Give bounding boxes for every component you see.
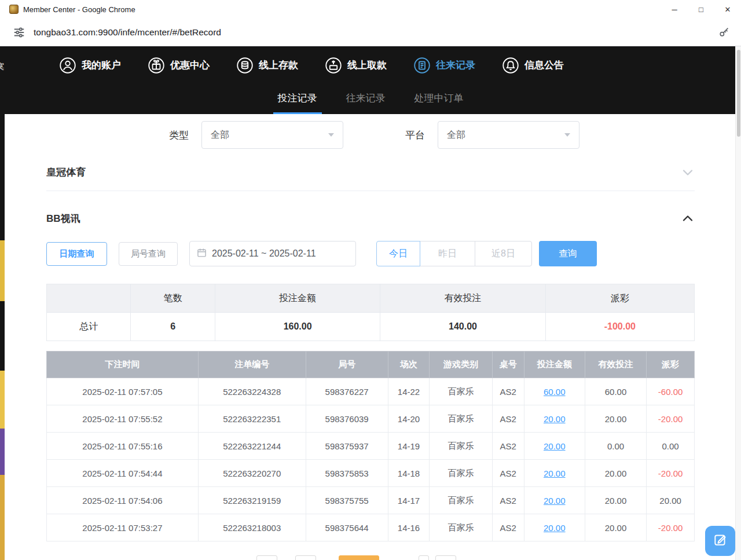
date-query-button[interactable]: 日期查询 (46, 242, 107, 266)
bet-amount-link[interactable]: 20.00 (524, 514, 585, 541)
url-text[interactable]: tongbao31.com:9900/infe/mcenter/#/betRec… (34, 27, 718, 38)
tab-bet-records[interactable]: 投注记录 (273, 84, 322, 114)
window-controls: ─ □ ✕ (661, 0, 741, 19)
strip-block (0, 371, 5, 429)
section-bb-video[interactable]: BB视讯 (46, 200, 695, 237)
nav-label: 线上存款 (259, 58, 298, 72)
table-row: 2025-02-11 07:55:52 522263222351 5983760… (47, 405, 695, 433)
nav-item-online-withdraw[interactable]: 线上取款 (325, 57, 387, 74)
payout-value: 0.00 (647, 433, 695, 460)
yesterday-button[interactable]: 昨日 (420, 241, 475, 266)
pagination-item-current[interactable] (339, 555, 379, 560)
nav-item-transaction-records[interactable]: 往来记录 (413, 57, 475, 74)
bet-amount-link[interactable]: 20.00 (524, 460, 585, 487)
round-number: 598375937 (306, 433, 388, 460)
gift-icon (148, 57, 165, 74)
summary-corner (47, 284, 131, 313)
header-bet-number: 注单编号 (198, 352, 306, 378)
address-bar[interactable]: tongbao31.com:9900/infe/mcenter/#/betRec… (0, 19, 741, 46)
summary-table: 笔数 投注金额 有效投注 派彩 总计 6 160.00 140.00 -100.… (46, 284, 695, 341)
deposit-coins-icon (236, 57, 254, 74)
pagination-item[interactable] (419, 555, 429, 560)
bet-amount-link[interactable]: 60.00 (524, 378, 585, 405)
scrollbar-thumb[interactable] (737, 50, 740, 137)
today-button[interactable]: 今日 (376, 241, 420, 266)
round-number: 598375755 (306, 487, 388, 514)
feedback-fab-button[interactable] (705, 526, 735, 556)
pagination-item[interactable] (256, 555, 277, 560)
table-number: AS2 (492, 378, 524, 405)
summary-count: 6 (131, 313, 215, 341)
minimize-icon: ─ (672, 5, 677, 14)
pagination-item[interactable] (435, 555, 456, 560)
bet-amount-link[interactable]: 20.00 (524, 487, 585, 514)
pagination-item[interactable] (295, 555, 316, 560)
nav-label: 线上取款 (347, 58, 387, 72)
game-type: 百家乐 (430, 487, 493, 514)
password-key-icon[interactable] (718, 26, 731, 39)
nav-item-my-account[interactable]: 我的账户 (59, 57, 121, 74)
bet-amount-link[interactable]: 20.00 (524, 405, 585, 433)
chevron-up-icon[interactable] (681, 211, 695, 225)
section-title: BB视讯 (46, 212, 80, 225)
nav-label: 信息公告 (524, 58, 564, 72)
chevron-down-icon (564, 133, 570, 137)
bet-number: 522263221244 (198, 433, 306, 460)
calendar-icon (197, 248, 207, 260)
bet-time: 2025-02-11 07:54:06 (47, 487, 199, 514)
payout-value: 20.00 (647, 487, 695, 514)
date-range-input[interactable]: 2025-02-11 ~ 2025-02-11 (189, 241, 356, 266)
section-title: 皇冠体育 (46, 166, 86, 179)
session: 14-16 (388, 514, 430, 541)
date-range-value: 2025-02-11 ~ 2025-02-11 (212, 248, 316, 259)
header-round-number: 局号 (306, 352, 388, 378)
section-crown-sports[interactable]: 皇冠体育 (46, 154, 695, 191)
type-select[interactable]: 全部 (201, 121, 343, 149)
header-game-type: 游戏类别 (430, 352, 493, 378)
chevron-down-icon[interactable] (681, 166, 695, 180)
platform-select[interactable]: 全部 (438, 121, 579, 149)
nav-item-promo-center[interactable]: 优惠中心 (148, 57, 210, 74)
user-icon (59, 57, 76, 74)
search-button[interactable]: 查询 (539, 241, 597, 266)
header-session: 场次 (388, 352, 430, 378)
game-type: 百家乐 (430, 405, 493, 433)
filter-row: 类型 全部 平台 全部 (46, 121, 695, 149)
records-icon (413, 57, 431, 74)
valid-bet: 60.00 (585, 378, 646, 405)
last-8-days-button[interactable]: 近8日 (475, 241, 532, 266)
nav-item-online-deposit[interactable]: 线上存款 (236, 57, 298, 74)
round-query-button[interactable]: 局号查询 (119, 242, 178, 266)
minimize-button[interactable]: ─ (661, 0, 688, 19)
summary-row-label: 总计 (47, 313, 131, 341)
strip-block (0, 475, 5, 560)
tab-transaction-records[interactable]: 往来记录 (342, 84, 390, 114)
table-number: AS2 (492, 433, 524, 460)
session: 14-18 (388, 460, 430, 487)
nav-item-announcements[interactable]: 信息公告 (502, 57, 564, 74)
game-type: 百家乐 (430, 433, 493, 460)
summary-payout: -100.00 (545, 313, 694, 341)
record-tabs: 投注记录 往来记录 处理中订单 (0, 84, 741, 114)
table-row: 2025-02-11 07:53:27 522263218003 5983756… (47, 514, 695, 541)
query-controls: 日期查询 局号查询 2025-02-11 ~ 2025-02-11 今日 昨日 … (46, 241, 695, 266)
site-settings-icon[interactable] (13, 26, 25, 39)
bet-time: 2025-02-11 07:55:16 (47, 433, 199, 460)
valid-bet: 0.00 (585, 433, 646, 460)
maximize-button[interactable]: □ (688, 0, 714, 19)
strip-block (0, 240, 5, 301)
tab-processing-orders[interactable]: 处理中订单 (410, 84, 468, 114)
bet-amount-link[interactable]: 20.00 (524, 433, 585, 460)
page-scrollbar[interactable] (735, 46, 741, 560)
valid-bet: 20.00 (585, 460, 646, 487)
main-navigation: 我的账户 优惠中心 线上存款 (0, 46, 741, 84)
close-icon: ✕ (725, 5, 731, 14)
bet-number: 522263219159 (198, 487, 306, 514)
close-button[interactable]: ✕ (714, 0, 741, 19)
pagination-bar (46, 555, 695, 560)
summary-header-bet-amount: 投注金额 (215, 284, 380, 313)
main-content: 类型 全部 平台 全部 皇冠体育 BB视讯 (0, 121, 741, 560)
table-row: 2025-02-11 07:57:05 522263224328 5983762… (47, 378, 695, 405)
quick-date-button-group: 今日 昨日 近8日 (376, 241, 532, 266)
bet-number: 522263220270 (198, 460, 306, 487)
